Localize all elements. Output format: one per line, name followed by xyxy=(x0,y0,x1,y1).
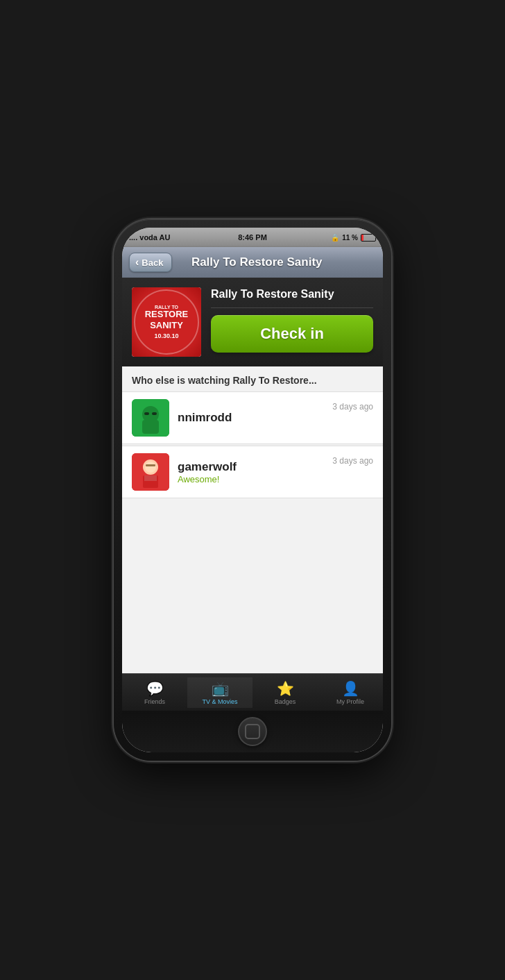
battery-percentage: 11 % xyxy=(342,234,358,242)
my-profile-icon: 👤 xyxy=(342,680,359,697)
tab-badges[interactable]: ⭐ Badges xyxy=(252,677,318,708)
svg-point-10 xyxy=(145,462,156,473)
watcher-comment-gamerwolf: Awesome! xyxy=(178,474,324,484)
phone-frame: .... voda AU 8:46 PM 🔒 11 % ‹ Back Rally… xyxy=(114,219,391,761)
poster-graphic: RALLY TO RESTORE SANITY 10.30.10 xyxy=(132,287,201,357)
watchers-section: Who else is watching Rally To Restore... xyxy=(122,366,383,673)
watcher-details-nnimrodd: nnimrodd xyxy=(178,411,324,425)
watcher-item[interactable]: gamerwolf Awesome! 3 days ago xyxy=(122,446,383,498)
nav-bar: ‹ Back Rally To Restore Sanity xyxy=(122,247,383,278)
badges-icon: ⭐ xyxy=(277,680,294,697)
event-info: Rally To Restore Sanity Check in xyxy=(211,287,373,353)
back-arrow-icon: ‹ xyxy=(135,257,139,268)
tab-my-profile[interactable]: 👤 My Profile xyxy=(318,677,383,708)
watcher-details-gamerwolf: gamerwolf Awesome! xyxy=(178,460,324,484)
tv-movies-icon: 📺 xyxy=(212,680,229,697)
svg-rect-2 xyxy=(142,420,159,434)
tab-friends[interactable]: 💬 Friends xyxy=(122,677,187,708)
watchers-header: Who else is watching Rally To Restore... xyxy=(122,366,383,391)
checkin-button[interactable]: Check in xyxy=(211,315,373,353)
event-title: Rally To Restore Sanity xyxy=(211,287,373,301)
home-button-area xyxy=(122,711,383,752)
watcher-time-gamerwolf: 3 days ago xyxy=(332,453,373,466)
svg-rect-9 xyxy=(144,475,157,481)
phone-screen: .... voda AU 8:46 PM 🔒 11 % ‹ Back Rally… xyxy=(122,228,383,752)
event-poster: RALLY TO RESTORE SANITY 10.30.10 xyxy=(132,287,201,357)
event-card: RALLY TO RESTORE SANITY 10.30.10 Rally T… xyxy=(122,278,383,366)
watcher-name-nnimrodd: nnimrodd xyxy=(178,411,324,425)
lock-icon: 🔒 xyxy=(331,234,339,242)
nav-title: Rally To Restore Sanity xyxy=(172,255,341,269)
home-button-inner xyxy=(245,724,260,739)
avatar-svg-nnimrodd xyxy=(132,399,169,437)
avatar-image-nnimrodd xyxy=(132,399,169,437)
svg-rect-3 xyxy=(144,412,149,415)
content-area: RALLY TO RESTORE SANITY 10.30.10 Rally T… xyxy=(122,278,383,711)
back-button[interactable]: ‹ Back xyxy=(129,253,172,272)
poster-border-ring xyxy=(134,289,199,355)
tab-tv-movies[interactable]: 📺 TV & Movies xyxy=(187,677,252,708)
tab-my-profile-label: My Profile xyxy=(336,698,364,705)
tab-badges-label: Badges xyxy=(275,698,296,705)
watcher-name-gamerwolf: gamerwolf xyxy=(178,460,324,474)
tab-tv-movies-label: TV & Movies xyxy=(202,698,237,705)
battery-icon xyxy=(361,234,376,242)
event-divider xyxy=(211,307,373,308)
status-time: 8:46 PM xyxy=(212,233,294,242)
svg-rect-4 xyxy=(152,412,157,415)
status-bar: .... voda AU 8:46 PM 🔒 11 % xyxy=(122,228,383,247)
tab-bar: 💬 Friends 📺 TV & Movies ⭐ Badges 👤 My Pr… xyxy=(122,673,383,711)
avatar-svg-gamerwolf xyxy=(132,453,169,491)
status-right: 🔒 11 % xyxy=(293,234,376,242)
back-button-label: Back xyxy=(142,257,163,268)
svg-rect-11 xyxy=(146,464,155,466)
home-button[interactable] xyxy=(238,717,267,746)
watcher-avatar-nnimrodd xyxy=(132,399,169,437)
watcher-time-nnimrodd: 3 days ago xyxy=(332,399,373,412)
friends-icon: 💬 xyxy=(146,680,164,697)
watcher-avatar-gamerwolf xyxy=(132,453,169,491)
tab-friends-label: Friends xyxy=(144,698,165,705)
watcher-item[interactable]: nnimrodd 3 days ago xyxy=(122,391,383,444)
carrier-text: .... voda AU xyxy=(129,233,212,242)
